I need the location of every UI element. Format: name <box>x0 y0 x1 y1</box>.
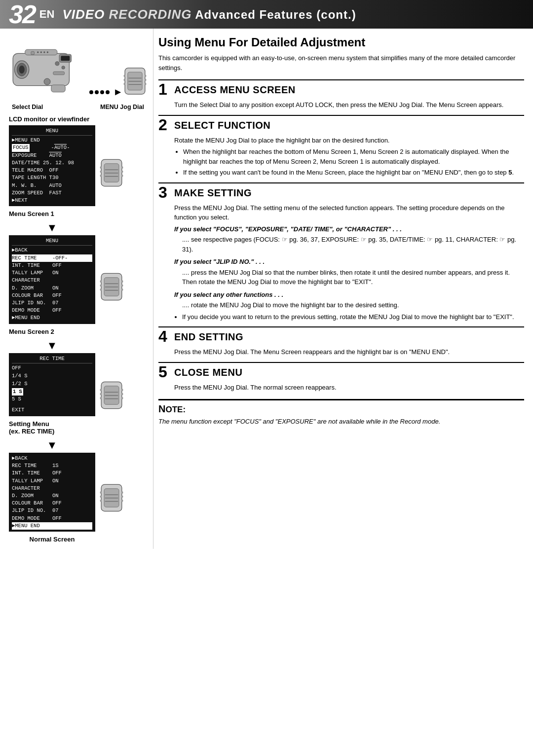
svg-rect-47 <box>121 280 123 282</box>
svg-rect-58 <box>121 389 123 391</box>
svg-rect-48 <box>121 285 123 287</box>
dot-arrow: ► <box>89 86 123 98</box>
svg-rect-69 <box>121 492 123 494</box>
fm-line1: ►BACK <box>12 455 92 462</box>
step-3-sub3-bullet: If you decide you want to return to the … <box>182 312 524 322</box>
svg-rect-44 <box>100 280 102 282</box>
menu-screen-1-box: MENU ►MENU END FOCUS -AUTO- EXPOSURE AUT… <box>9 125 95 206</box>
rec-off: OFF <box>12 364 92 372</box>
menu-s1-line1: ►MENU END <box>12 137 92 144</box>
svg-rect-35 <box>100 175 102 177</box>
dial-icon-3 <box>99 379 124 411</box>
step-2-bullets: When the highlight bar reaches the botto… <box>174 147 524 178</box>
arrow-down-3: ▼ <box>9 439 95 452</box>
step-1-section: 1 Access Menu Screen Turn the Select Dia… <box>158 79 524 110</box>
menu-screen-2-box: MENU ►BACK REC TIME -OFF- INT. TIME OFF … <box>9 235 95 324</box>
fm-line4: TALLY LAMP ON <box>12 477 92 485</box>
svg-rect-34 <box>100 171 102 173</box>
page-en-label: EN <box>39 8 55 21</box>
fm-line6: D. ZOOM ON <box>12 492 92 500</box>
step-3-section: 3 Make Setting Press the MENU Jog Dial. … <box>158 182 524 322</box>
svg-rect-22 <box>124 75 125 77</box>
menu-s1-line9: ►NEXT <box>12 197 92 204</box>
select-dial-label: Select Dial <box>12 104 43 110</box>
step-2-bullet-1: When the highlight bar reaches the botto… <box>183 147 524 166</box>
dial-icon-1 <box>99 157 124 189</box>
rec-time-title: REC TIME <box>12 355 92 364</box>
fm-line3: INT. TIME OFF <box>12 469 92 477</box>
svg-rect-66 <box>100 492 102 494</box>
step-3-sub2-text: .... press the MENU Jog Dial so that the… <box>174 268 524 287</box>
svg-rect-26 <box>145 79 146 81</box>
step-2-section: 2 Select Function Rotate the MENU Jog Di… <box>158 115 524 178</box>
step-5-section: 5 Close Menu Press the MENU Jog Dial. Th… <box>158 362 524 393</box>
svg-rect-27 <box>145 83 146 85</box>
menu-s1-line5: TELE MACRO OFF <box>12 167 92 174</box>
labels-row: Select Dial MENU Jog Dial <box>9 104 147 110</box>
svg-rect-33 <box>100 167 102 169</box>
menu-screen-2-title: MENU <box>12 237 92 246</box>
setting-menu-label: Setting Menu (ex. REC TIME) <box>9 420 54 435</box>
menu-jog-dial-label: MENU Jog Dial <box>100 104 144 110</box>
menu-s2-line4: TALLY LAMP ON <box>12 269 92 277</box>
step-4-title: End Setting <box>174 328 243 342</box>
menu-screen-1-title: MENU <box>12 127 92 136</box>
svg-rect-15 <box>53 72 65 75</box>
rec-half: 1/2 S <box>12 380 92 388</box>
dial-icon-2 <box>99 271 124 303</box>
rec-time-box: REC TIME OFF 1/4 S 1/2 S 1 S 5 S EXIT <box>9 353 95 416</box>
header-recording: RECORDING <box>105 7 191 22</box>
svg-rect-49 <box>121 288 123 290</box>
step-3-number: 3 <box>158 184 170 200</box>
svg-rect-67 <box>100 496 102 498</box>
step-5-text: Press the MENU Jog Dial. The normal scre… <box>174 383 524 393</box>
menu-s1-line2: FOCUS -AUTO- <box>12 144 92 151</box>
menu-screen-2-label: Menu Screen 2 <box>9 328 54 335</box>
fm-line9: DEMO MODE OFF <box>12 515 92 522</box>
rec-5s: 5 S <box>12 396 92 403</box>
svg-point-16 <box>44 78 50 85</box>
fm-line5: CHARACTER <box>12 485 92 492</box>
step-3-sub3-bullets: If you decide you want to return to the … <box>174 312 524 322</box>
intro-text: This camcorder is equipped with an easy-… <box>158 53 524 72</box>
svg-rect-5 <box>61 56 70 61</box>
left-column: ► Select Dial MENU Jog Dial <box>0 29 153 549</box>
arrow-down-2: ▼ <box>9 339 95 352</box>
jog-dial-image <box>123 63 147 100</box>
normal-screen-label: Normal Screen <box>9 536 95 543</box>
menu-s2-line2: REC TIME -OFF- <box>12 254 92 262</box>
step-3-sub3-heading: If you select any other functions . . . <box>174 290 524 300</box>
menu-screen-1-label: Menu Screen 1 <box>9 210 54 217</box>
step-1-title: Access Menu Screen <box>174 81 296 95</box>
step-3-header: 3 Make Setting <box>158 184 524 200</box>
menu-s2-line6: D. ZOOM ON <box>12 285 92 292</box>
step-5-title: Close Menu <box>174 364 242 378</box>
step-4-body: Press the MENU Jog Dial. The Menu Screen… <box>158 347 524 357</box>
svg-rect-37 <box>121 171 123 173</box>
page-number: 32 <box>9 1 36 27</box>
fm-line10: ►MENU END <box>12 522 92 530</box>
svg-point-10 <box>47 51 48 53</box>
step-1-body: Turn the Select Dial to any position exc… <box>158 100 524 110</box>
svg-rect-24 <box>124 83 125 85</box>
svg-rect-12 <box>31 51 35 55</box>
step-4-header: 4 End Setting <box>158 328 524 344</box>
step-4-text: Press the MENU Jog Dial. The Menu Screen… <box>174 347 524 357</box>
menu-s1-line6: TAPE LENGTH T30 <box>12 174 92 181</box>
step-5-header: 5 Close Menu <box>158 364 524 380</box>
fm-line8: JLIP ID NO. 07 <box>12 507 92 514</box>
step-2-bullet-2: If the setting you want can't be found i… <box>183 168 524 178</box>
svg-rect-60 <box>121 397 123 399</box>
step-2-header: 2 Select Function <box>158 117 524 133</box>
fm-line7: COLOUR BAR OFF <box>12 500 92 507</box>
lcd-section-title: LCD monitor or viewfinder <box>9 115 147 123</box>
step-3-sub2-heading: If you select "JLIP ID NO." . . . <box>174 257 524 267</box>
step-3-sub3-text: .... rotate the MENU Jog Dial to move th… <box>174 300 524 310</box>
main-content: ► Select Dial MENU Jog Dial <box>0 29 533 549</box>
svg-point-9 <box>43 51 45 53</box>
menu-s1-line8: ZOOM SPEED FAST <box>12 189 92 197</box>
menu-s2-line9: DEMO MODE OFF <box>12 307 92 314</box>
menu-screen-1-row: MENU ►MENU END FOCUS -AUTO- EXPOSURE AUT… <box>9 125 147 220</box>
svg-rect-25 <box>145 75 146 77</box>
camcorder-image <box>9 36 89 100</box>
